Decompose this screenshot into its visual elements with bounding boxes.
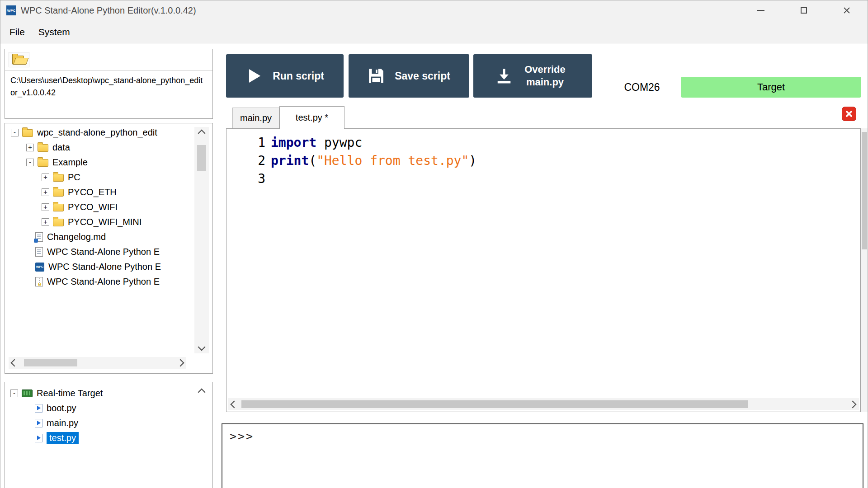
menu-file[interactable]: File — [3, 27, 32, 38]
tree-item-label: Real-time Target — [37, 388, 103, 399]
play-icon — [245, 67, 263, 84]
tree-item-data[interactable]: + data — [5, 140, 191, 155]
workspace-path: C:\Users\user\Desktop\wpc_stand-alone_py… — [5, 70, 212, 99]
explorer-header-panel: C:\Users\user\Desktop\wpc_stand-alone_py… — [5, 49, 213, 119]
tree-item-label: data — [52, 142, 70, 153]
plain-token: ( — [309, 153, 316, 168]
folder-icon — [53, 204, 64, 211]
code-line-3: 3 — [226, 169, 860, 188]
run-script-label: Run script — [273, 70, 324, 82]
expand-icon[interactable]: + — [42, 203, 49, 211]
editor-horizontal-scrollbar[interactable] — [228, 398, 859, 410]
code-line-2: 2 print("Hello from test.py") — [226, 151, 860, 169]
collapse-icon[interactable]: - — [10, 389, 18, 397]
console-prompt: >>> — [230, 430, 254, 443]
code-text: import pywpc — [271, 135, 362, 150]
line-number: 1 — [226, 135, 265, 150]
file-tree-panel: - wpc_stand-alone_python_edit + data - E… — [5, 123, 213, 374]
keyword-token: import — [271, 135, 316, 150]
scrollbar-thumb[interactable] — [197, 145, 206, 171]
scroll-left-icon[interactable] — [11, 359, 19, 367]
tree-item-label: WPC Stand-Alone Python E — [48, 262, 161, 272]
tree-item-label: wpc_stand-alone_python_edit — [37, 127, 157, 138]
scroll-left-icon[interactable] — [231, 400, 238, 408]
close-icon — [845, 110, 853, 118]
expand-icon[interactable]: + — [42, 218, 49, 226]
tree-item-pc[interactable]: + PC — [5, 170, 191, 185]
com-port-label: COM26 — [606, 77, 678, 98]
code-line-1: 1 import pywpc — [226, 133, 860, 151]
scroll-down-icon[interactable] — [198, 343, 206, 351]
tab-main-py[interactable]: main.py — [232, 108, 279, 128]
app-window: { "window": { "title": "WPC Stand-Alone … — [0, 0, 868, 488]
code-editor[interactable]: 1 import pywpc 2 print("Hello from test.… — [226, 128, 861, 412]
target-button[interactable]: Target — [681, 77, 861, 98]
tree-item-document-1[interactable]: WPC Stand-Alone Python E — [5, 244, 191, 259]
tree-item-document-2[interactable]: WPC WPC Stand-Alone Python E — [5, 259, 191, 274]
run-script-button[interactable]: Run script — [226, 54, 344, 98]
tree-item-label: Changelog.md — [47, 232, 106, 242]
window-controls — [739, 0, 868, 21]
window-title: WPC Stand-Alone Python Editor(v.1.0.0.42… — [21, 5, 196, 16]
maximize-button[interactable] — [782, 0, 825, 21]
tree-item-pyco-wifi[interactable]: + PYCO_WIFI — [5, 200, 191, 215]
maximize-icon — [801, 7, 807, 14]
open-folder-icon — [12, 54, 26, 65]
title-bar: WPC WPC Stand-Alone Python Editor(v.1.0.… — [0, 0, 868, 21]
floppy-disk-icon — [368, 67, 385, 84]
python-file-icon — [35, 434, 42, 442]
menu-system[interactable]: System — [32, 27, 77, 38]
open-folder-button[interactable] — [9, 52, 29, 67]
python-file-icon — [35, 419, 42, 427]
minimize-button[interactable] — [739, 0, 782, 21]
tree-item-example[interactable]: - Example — [5, 155, 191, 170]
console-panel[interactable]: >>> — [222, 423, 863, 488]
target-item-test-py[interactable]: test.py — [5, 431, 212, 446]
scroll-up-icon[interactable] — [198, 130, 206, 137]
tree-item-root[interactable]: - wpc_stand-alone_python_edit — [5, 125, 191, 140]
scrollbar-thumb[interactable] — [241, 400, 748, 408]
python-file-icon — [35, 404, 42, 413]
tab-test-py[interactable]: test.py * — [279, 106, 344, 129]
tree-item-document-3[interactable]: WPC Stand-Alone Python E — [5, 274, 191, 289]
tree-item-label-selected: test.py — [47, 432, 79, 444]
save-script-button[interactable]: Save script — [349, 54, 469, 98]
scroll-right-icon[interactable] — [177, 359, 184, 367]
tree-item-changelog[interactable]: Changelog.md — [5, 230, 191, 244]
close-window-button[interactable] — [825, 0, 868, 21]
folder-icon — [53, 219, 64, 226]
tree-horizontal-scrollbar[interactable] — [9, 357, 186, 369]
target-device-icon — [22, 389, 33, 397]
app-icon: WPC — [6, 5, 16, 15]
target-item-main-py[interactable]: main.py — [5, 416, 212, 431]
tree-item-pyco-eth[interactable]: + PYCO_ETH — [5, 185, 191, 200]
markdown-file-icon — [35, 232, 43, 242]
menu-bar: File System — [0, 21, 868, 43]
expand-icon[interactable]: + — [26, 144, 34, 151]
save-script-label: Save script — [395, 70, 450, 82]
tree-item-label: PYCO_ETH — [68, 187, 117, 197]
scrollbar-thumb[interactable] — [862, 132, 867, 249]
folder-icon — [53, 174, 64, 182]
collapse-icon[interactable]: - — [26, 159, 34, 166]
tree-item-label: WPC Stand-Alone Python E — [47, 247, 160, 257]
target-tree-panel: - Real-time Target boot.py main.py test.… — [5, 382, 213, 488]
plain-token: pywpc — [316, 135, 362, 150]
expand-icon[interactable]: + — [42, 188, 49, 196]
editor-vertical-scrollbar[interactable] — [861, 128, 868, 412]
file-tree: - wpc_stand-alone_python_edit + data - E… — [5, 125, 191, 357]
close-tab-button[interactable] — [842, 107, 856, 121]
tree-vertical-scrollbar[interactable] — [194, 127, 209, 353]
line-number: 3 — [226, 171, 265, 186]
collapse-icon[interactable]: - — [11, 129, 19, 136]
scroll-right-icon[interactable] — [849, 400, 857, 408]
tree-item-pyco-wifi-mini[interactable]: + PYCO_WIFI_MINI — [5, 215, 191, 230]
override-main-button[interactable]: Override main.py — [473, 54, 592, 98]
folder-icon — [38, 159, 48, 167]
keyword-token: print — [271, 153, 309, 168]
tree-item-label: PYCO_WIFI — [68, 202, 118, 212]
target-item-boot-py[interactable]: boot.py — [5, 401, 212, 416]
expand-icon[interactable]: + — [42, 174, 49, 181]
target-root[interactable]: - Real-time Target — [5, 386, 212, 401]
scrollbar-thumb[interactable] — [24, 359, 77, 366]
